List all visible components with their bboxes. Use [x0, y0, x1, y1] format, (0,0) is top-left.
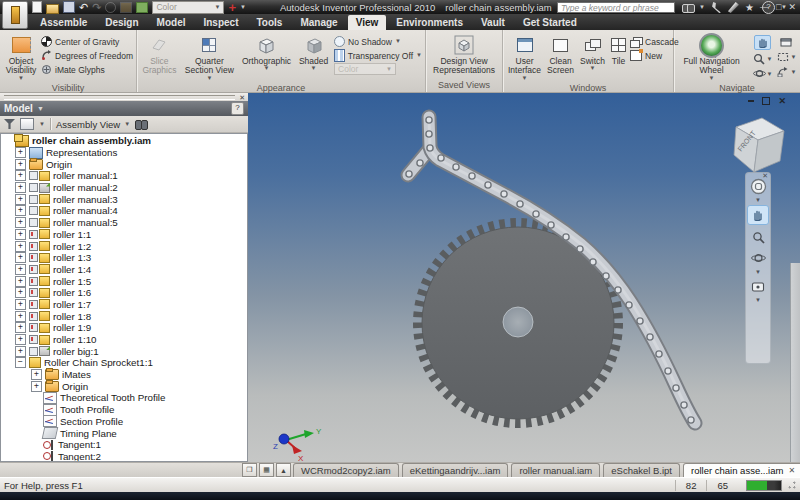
expand-icon[interactable]: +: [15, 252, 26, 263]
search-box[interactable]: [557, 2, 675, 13]
viewport-scrollbar[interactable]: [790, 263, 800, 462]
add-material-icon[interactable]: +: [228, 2, 236, 13]
new-window-button[interactable]: New: [630, 49, 679, 62]
save-icon[interactable]: [63, 1, 75, 13]
slice-graphics-button[interactable]: Slice Graphics: [140, 33, 179, 77]
doc-tab[interactable]: roller manual.iam: [511, 463, 600, 477]
tree-item[interactable]: Tooth Profile: [1, 404, 247, 416]
browser-search-icon[interactable]: [135, 119, 147, 129]
navbar-zoom-button[interactable]: [748, 228, 768, 246]
tab-design[interactable]: Design: [97, 15, 146, 30]
look-at-button[interactable]: [776, 65, 791, 78]
previous-view-button[interactable]: [778, 35, 793, 48]
favorites-star-icon[interactable]: ★: [745, 2, 756, 13]
tree-item[interactable]: Theoretical Tooth Profile: [1, 392, 247, 404]
expand-icon[interactable]: +: [15, 276, 26, 287]
qat-customize-icon[interactable]: ▼: [240, 5, 246, 10]
chevron-down-icon[interactable]: ▼: [39, 122, 45, 127]
expand-icon[interactable]: +: [15, 205, 26, 216]
search-input[interactable]: [557, 2, 675, 13]
center-of-gravity-button[interactable]: Center of Gravity: [41, 35, 133, 48]
tree-item[interactable]: Section Profile: [1, 416, 247, 428]
chevron-down-icon[interactable]: ▼: [755, 198, 761, 202]
switch-windows-button[interactable]: Switch ▼: [578, 33, 607, 72]
graphics-viewport[interactable]: FRONT Y X Z ✕ ✕: [248, 93, 800, 462]
restore-button[interactable]: □: [776, 2, 781, 13]
chevron-down-icon[interactable]: ▼: [767, 72, 773, 76]
expand-icon[interactable]: +: [15, 229, 26, 240]
close-button[interactable]: ✕: [788, 2, 796, 13]
expand-icon[interactable]: +: [15, 299, 26, 310]
design-view-representations-button[interactable]: Design View Representations: [429, 33, 499, 77]
assembly-view-combo[interactable]: Assembly View ▼: [56, 119, 130, 130]
shadow-dropdown[interactable]: No Shadow ▼: [334, 35, 422, 48]
view-cube[interactable]: FRONT: [734, 118, 784, 172]
redo-icon[interactable]: ↷: [92, 2, 101, 13]
expand-icon[interactable]: +: [15, 264, 26, 275]
tree-item[interactable]: +roller manual:2: [1, 182, 247, 194]
doc-minimize-icon[interactable]: [748, 100, 754, 102]
expand-icon[interactable]: +: [31, 369, 42, 380]
transparency-dropdown[interactable]: Transparency Off ▼: [334, 49, 422, 62]
navbar-pan-button[interactable]: [747, 205, 769, 225]
expand-icon[interactable]: +: [15, 287, 26, 298]
shaded-button[interactable]: Shaded ▼: [295, 33, 332, 72]
search-icon[interactable]: [682, 2, 693, 13]
expand-icon[interactable]: +: [15, 322, 26, 333]
tree-item[interactable]: +roller manual:3: [1, 193, 247, 205]
sketch-icon[interactable]: [120, 2, 132, 13]
tab-get-started[interactable]: Get Started: [515, 15, 585, 30]
doc-restore-icon[interactable]: [762, 97, 770, 105]
tree-item[interactable]: +Origin: [1, 158, 247, 170]
update-icon[interactable]: [136, 2, 148, 13]
zoom-button[interactable]: [752, 52, 767, 65]
tree-item[interactable]: +roller manual:1: [1, 170, 247, 182]
tab-assemble[interactable]: Assemble: [32, 15, 95, 30]
panel-help-button[interactable]: ?: [231, 102, 244, 115]
tree-item[interactable]: +roller 1:1: [1, 229, 247, 241]
tree-item[interactable]: +roller 1:9: [1, 322, 247, 334]
search-options-icon[interactable]: ▼: [699, 5, 705, 10]
tree-item[interactable]: Tangent:1: [1, 439, 247, 451]
tree-item[interactable]: +Representations: [1, 147, 247, 159]
orthographic-button[interactable]: Orthographic ▼: [240, 33, 293, 72]
zoom-window-button[interactable]: [776, 50, 791, 63]
return-icon[interactable]: [105, 2, 116, 13]
expand-icon[interactable]: +: [15, 346, 26, 357]
tree-item[interactable]: +roller 1:4: [1, 264, 247, 276]
cascade-windows-button[interactable]: Cascade: [630, 35, 679, 48]
chevron-down-icon[interactable]: ▼: [791, 70, 797, 74]
navbar-orbit-button[interactable]: [748, 249, 768, 267]
minimize-button[interactable]: —: [760, 2, 769, 13]
expand-icon[interactable]: +: [15, 241, 26, 252]
quarter-section-view-button[interactable]: Quarter Section View ▼: [181, 33, 238, 82]
chevron-down-icon[interactable]: ▼: [767, 57, 773, 61]
pan-button[interactable]: [754, 35, 771, 50]
expand-icon[interactable]: +: [15, 194, 26, 205]
arrange-documents-icon[interactable]: ❐: [242, 463, 257, 477]
tree-item[interactable]: +roller big:1: [1, 345, 247, 357]
tile-windows-button[interactable]: Tile: [609, 33, 628, 67]
communication-icon[interactable]: [728, 2, 739, 13]
undo-icon[interactable]: ↶: [79, 2, 88, 13]
tree-item[interactable]: +roller 1:3: [1, 252, 247, 264]
tree-item[interactable]: +roller 1:7: [1, 299, 247, 311]
tree-item[interactable]: +roller 1:8: [1, 310, 247, 322]
tree-item[interactable]: +iMates: [1, 369, 247, 381]
doc-tab-active[interactable]: roller chain asse...iam ✕: [683, 463, 800, 477]
subscription-icon[interactable]: [711, 2, 722, 13]
tree-item[interactable]: +Origin: [1, 380, 247, 392]
resize-grip[interactable]: [788, 481, 796, 489]
navbar-close-icon[interactable]: ✕: [762, 172, 768, 180]
clean-screen-button[interactable]: Clean Screen: [545, 33, 576, 77]
tree-item[interactable]: +roller 1:10: [1, 334, 247, 346]
panel-grab-handle[interactable]: [4, 95, 235, 100]
open-file-icon[interactable]: [46, 4, 59, 14]
tree-item[interactable]: +roller manual:4: [1, 205, 247, 217]
appearance-combo[interactable]: Color ▼: [152, 1, 224, 14]
orbit-button[interactable]: [752, 67, 767, 80]
expand-icon[interactable]: +: [15, 217, 26, 228]
filter-icon[interactable]: [4, 119, 15, 129]
doc-tab[interactable]: eKettingaandrijv...iam: [402, 463, 509, 477]
tab-environments[interactable]: Environments: [388, 15, 471, 30]
